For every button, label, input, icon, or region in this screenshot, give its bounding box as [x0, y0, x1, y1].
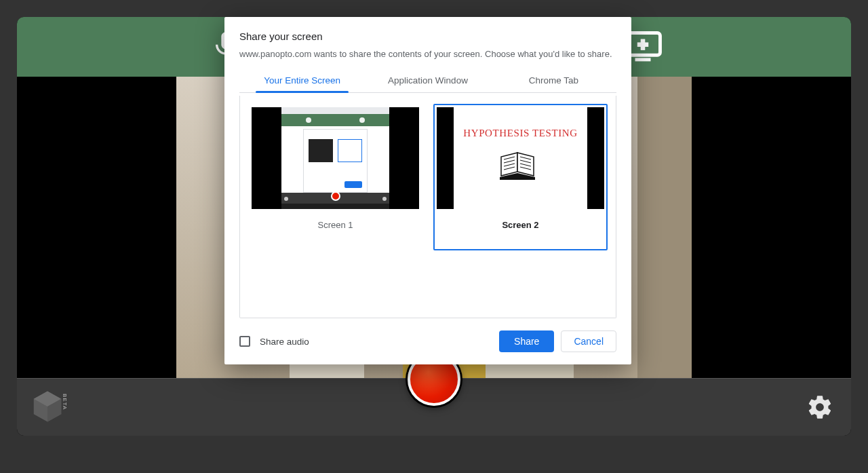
- cancel-button[interactable]: Cancel: [561, 330, 616, 352]
- screen-2-thumbnail: HYPOTHESIS TESTING: [437, 107, 604, 209]
- share-button[interactable]: Share: [499, 330, 554, 352]
- beta-label: BETA: [62, 394, 68, 410]
- tab-entire-screen[interactable]: Your Entire Screen: [239, 71, 365, 92]
- screen-1-thumbnail: [252, 107, 419, 209]
- tab-application-window[interactable]: Application Window: [365, 71, 490, 92]
- panopto-logo-icon: [29, 388, 66, 425]
- dialog-description: www.panopto.com wants to share the conte…: [239, 49, 616, 59]
- slide-title: HYPOTHESIS TESTING: [454, 128, 588, 139]
- share-tabs: Your Entire Screen Application Window Ch…: [239, 71, 616, 93]
- bottom-bar: BETA: [17, 378, 851, 436]
- tab-chrome-tab[interactable]: Chrome Tab: [491, 71, 616, 92]
- dialog-title: Share your screen: [239, 31, 616, 42]
- share-audio-label: Share audio: [260, 337, 309, 347]
- screen-2-label: Screen 2: [437, 220, 604, 230]
- screen-1-label: Screen 1: [252, 220, 419, 230]
- dialog-footer: Share audio Share Cancel: [239, 330, 616, 352]
- screens-list: Screen 1 HYPOTHESIS TESTING: [239, 96, 616, 318]
- screen-option-1[interactable]: Screen 1: [248, 104, 422, 250]
- share-audio-checkbox[interactable]: [239, 336, 250, 347]
- share-screen-dialog: Share your screen www.panopto.com wants …: [224, 17, 631, 364]
- settings-icon[interactable]: [806, 394, 833, 421]
- screen-option-2[interactable]: HYPOTHESIS TESTING: [433, 104, 608, 250]
- svg-rect-3: [637, 42, 648, 47]
- book-illustration-icon: [498, 149, 543, 181]
- svg-rect-1: [635, 58, 650, 61]
